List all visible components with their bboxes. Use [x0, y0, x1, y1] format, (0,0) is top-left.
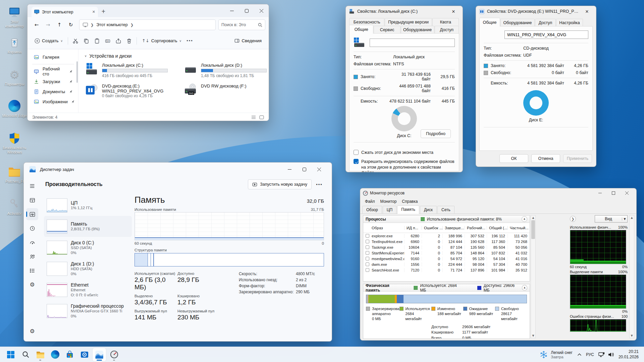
checkbox[interactable]	[366, 251, 369, 255]
minimize-button[interactable]	[224, 4, 239, 17]
details-pane-button[interactable]: Сведения	[231, 35, 265, 47]
process-row[interactable]: SearchHost.exe7120071 724137 896101 9843…	[363, 267, 530, 273]
checkbox-checked-icon[interactable]	[354, 159, 359, 164]
maximize-button[interactable]	[297, 163, 312, 176]
tab-disk[interactable]: Диск	[420, 206, 437, 214]
performance-icon[interactable]	[26, 208, 38, 220]
thumbnail-view-icon[interactable]	[259, 115, 264, 120]
close-button[interactable]	[620, 189, 634, 197]
back-icon[interactable]: ←	[31, 19, 42, 31]
tab-hardware[interactable]: Оборудование	[500, 19, 535, 26]
process-row[interactable]: explorer.exe62802188 996307 532196 11211…	[363, 233, 530, 239]
checkbox[interactable]	[366, 245, 369, 249]
memory-card[interactable]: Память2,8/31,7 ГБ (9%)	[44, 216, 132, 237]
tab-overview[interactable]: Обзор	[362, 206, 382, 214]
volume-name-input[interactable]	[504, 31, 588, 39]
desktop-icon-windows-security[interactable]: Безопасность Windows	[1, 131, 28, 154]
sidebar-item-pictures[interactable]: Изображени	[31, 97, 75, 107]
col-private[interactable]: Частный...	[507, 226, 530, 230]
checkbox[interactable]	[366, 262, 369, 266]
col-pid[interactable]: ИД п...	[404, 226, 422, 230]
process-row[interactable]: Taskmgr.exe10604087 104135 56085 50450 0…	[363, 244, 530, 250]
startup-apps-icon[interactable]	[26, 236, 38, 248]
drive-item-e[interactable]: DVD-дисковод (E:) WIN11_PRO_PREV_X64_OVG…	[85, 83, 183, 98]
col-working-set[interactable]: Рабочий...	[465, 226, 487, 230]
tab-hardware[interactable]: Оборудование	[401, 26, 434, 34]
paste-icon[interactable]	[92, 35, 102, 47]
sidebar-scrollbar[interactable]	[76, 61, 78, 83]
tab-tools[interactable]: Сервис	[374, 26, 400, 34]
tab-general[interactable]: Общие	[479, 18, 500, 26]
col-shareable[interactable]: Общий (...	[487, 226, 507, 230]
checkbox[interactable]	[366, 257, 369, 260]
view-dropdown[interactable]: Вид▼	[595, 215, 628, 223]
checkbox[interactable]	[366, 234, 369, 238]
copy-icon[interactable]	[81, 35, 92, 47]
menu-file[interactable]: Файл	[362, 198, 378, 204]
more-options-icon[interactable]: •••	[184, 35, 195, 47]
process-row[interactable]: dwm.exe15560224 44498 00457 30440 700	[363, 261, 530, 267]
cancel-button[interactable]: Отмена	[531, 154, 560, 163]
processes-icon[interactable]	[26, 194, 38, 206]
details-icon[interactable]	[26, 264, 38, 277]
tab-previous-versions[interactable]: Предыдущие версии	[385, 18, 432, 26]
breadcrumb[interactable]: Этот компьютер	[96, 22, 127, 27]
cpu-card[interactable]: ЦП1% 1,12 ГГц	[44, 195, 132, 216]
new-tab-button[interactable]: +	[101, 8, 106, 14]
delete-icon[interactable]	[124, 35, 135, 47]
drive-item-f[interactable]: DVD DVD RW дисковод (F:)	[183, 83, 269, 98]
forward-icon[interactable]: →	[42, 19, 54, 31]
weather-widget[interactable]: Легкий снегЗавтра	[537, 349, 576, 360]
language-indicator[interactable]: РУС	[583, 352, 597, 357]
ok-button[interactable]: ОК	[499, 154, 528, 163]
users-icon[interactable]	[26, 250, 38, 262]
taskbar-clock[interactable]: 20:21 20.01.2026	[619, 349, 639, 360]
menu-monitor[interactable]: Монитор	[378, 198, 399, 204]
address-bar[interactable]: ❯ Этот компьютер ❯	[79, 19, 216, 30]
tab-customize[interactable]: Настройка	[556, 19, 583, 26]
index-checkbox[interactable]: Разрешить индексировать содержимое файло…	[354, 159, 455, 172]
sort-button[interactable]: ↑↓ Сортировать ∨	[139, 35, 184, 47]
search-input[interactable]: Поиск в: Это	[218, 19, 265, 30]
drive-item-d[interactable]: Локальный диск (D:) 1,48 ТБ свободно из …	[183, 63, 269, 78]
details-button[interactable]: Подробно	[421, 129, 451, 138]
disk0-card[interactable]: Диск 0 (C:)SSD (SATA)0%	[44, 237, 132, 258]
close-button[interactable]	[254, 4, 269, 17]
tray-chevron-icon[interactable]	[576, 353, 583, 356]
gpu-card[interactable]: Графический процессорNVIDIA GeForce GTX …	[44, 300, 132, 321]
tab-close-icon[interactable]: ✕	[92, 10, 95, 14]
app-history-icon[interactable]	[26, 222, 38, 234]
outlook-button[interactable]	[78, 348, 91, 361]
more-options-icon[interactable]: •••	[314, 179, 324, 189]
menu-icon[interactable]	[26, 180, 38, 192]
desktop-icon-this-pc[interactable]: Этот компьютер	[1, 5, 28, 28]
desktop-icon-recycle-bin[interactable]: Корзина	[1, 36, 28, 54]
edge-button[interactable]	[48, 348, 62, 361]
col-commit[interactable]: Заверше...	[442, 226, 465, 230]
search-button[interactable]	[19, 348, 32, 361]
drives-group-header[interactable]: ∨ Устройства и диски	[85, 53, 269, 59]
menu-help[interactable]: Справка	[399, 198, 420, 204]
refresh-icon[interactable]: ↻	[65, 19, 76, 31]
share-icon[interactable]	[113, 35, 124, 47]
drive-item-c[interactable]: Локальный диск (C:) 416 ГБ свободно из 4…	[85, 63, 183, 78]
task-manager-button[interactable]	[93, 348, 106, 361]
checkbox[interactable]	[366, 240, 369, 243]
network-icon[interactable]	[597, 352, 606, 357]
sidebar-item-documents[interactable]: Документы	[31, 86, 75, 97]
close-icon[interactable]: ✕	[448, 9, 459, 14]
sidebar-item-downloads[interactable]: Загрузки	[31, 76, 75, 86]
process-row[interactable]: msedgewebview2.exe9160054 97295 12054 10…	[363, 256, 530, 261]
file-explorer-button[interactable]	[34, 348, 47, 361]
volume-icon[interactable]	[606, 352, 616, 357]
sidebar-item-desktop[interactable]: Рабочий сто	[31, 66, 75, 76]
tab-sharing[interactable]: Доступ	[535, 19, 556, 26]
cut-icon[interactable]	[70, 35, 81, 47]
checkbox-unchecked-icon[interactable]	[354, 150, 359, 155]
desktop-icon-settings[interactable]: ⚙ Параметры	[1, 68, 28, 86]
close-button[interactable]	[312, 163, 326, 176]
close-icon[interactable]: ✕	[581, 9, 593, 14]
tab-quota[interactable]: Квота	[432, 18, 459, 26]
resource-monitor-button[interactable]	[107, 348, 121, 361]
volume-name-input[interactable]	[370, 39, 455, 47]
